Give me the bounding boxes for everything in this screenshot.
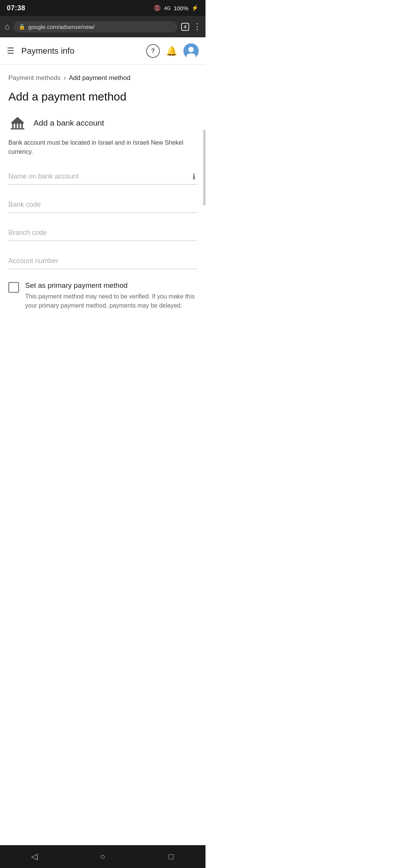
signal-icon: 4G [164,5,170,11]
url-text: google.com/adsense/new/ [28,24,172,30]
battery-display: 100% [174,5,188,11]
sim-icon: 📵 [154,5,161,11]
checkbox-content: Set as primary payment method This payme… [25,281,197,310]
bell-icon[interactable]: 🔔 [166,46,177,56]
checkbox-description: This payment method may need to be verif… [25,292,197,310]
svg-marker-9 [11,117,24,122]
bank-icon [8,114,27,132]
svg-point-1 [188,47,194,52]
svg-rect-6 [18,124,20,128]
breadcrumb: Payment methods › Add payment method [8,74,197,82]
primary-payment-checkbox[interactable] [8,282,19,293]
header-actions: ? 🔔 [146,43,199,59]
scroll-track [203,129,206,206]
charging-icon: ⚡ [191,5,199,11]
svg-rect-7 [21,124,23,128]
hamburger-icon[interactable]: ☰ [7,46,14,56]
header-title: Payments info [21,46,146,56]
name-field-wrap: ℹ [8,169,197,185]
tab-count[interactable]: 4 [181,23,189,31]
primary-payment-checkbox-section: Set as primary payment method This payme… [8,281,197,310]
page-title: Add a payment method [8,90,197,103]
main-content: Payment methods › Add payment method Add… [0,65,206,319]
account-number-input[interactable] [8,253,197,269]
breadcrumb-link[interactable]: Payment methods [8,74,61,82]
browser-menu-icon[interactable]: ⋮ [193,22,201,32]
avatar[interactable] [183,43,199,59]
browser-bar: ⌂ 🔒 google.com/adsense/new/ 4 ⋮ [0,16,206,37]
name-on-bank-account-input[interactable] [8,169,197,185]
app-header: ☰ Payments info ? 🔔 [0,37,206,65]
svg-rect-5 [15,124,17,128]
time-display: 07:38 [7,4,25,12]
url-bar[interactable]: 🔒 google.com/adsense/new/ [13,21,177,32]
svg-rect-3 [11,122,24,124]
bank-section-label: Add a bank account [33,118,104,128]
help-icon[interactable]: ? [146,44,160,58]
breadcrumb-current: Add payment method [69,74,131,82]
help-label: ? [151,47,155,55]
chevron-icon: › [64,74,66,82]
status-bar: 07:38 📵 4G 100% ⚡ [0,0,206,16]
bank-section: Add a bank account [8,114,197,132]
checkbox-label: Set as primary payment method [25,281,197,290]
status-icons: 📵 4G 100% ⚡ [154,5,199,11]
svg-rect-4 [12,124,14,128]
bank-code-input[interactable] [8,197,197,213]
lock-icon: 🔒 [19,24,25,30]
branch-code-input[interactable] [8,225,197,241]
account-number-field-wrap [8,253,197,269]
branch-code-field-wrap [8,225,197,241]
info-icon[interactable]: ℹ [193,172,196,181]
svg-rect-8 [11,128,24,129]
bank-description: Bank account must be located in Israel a… [8,138,197,156]
browser-home-icon[interactable]: ⌂ [5,22,10,32]
bank-code-field-wrap [8,197,197,213]
